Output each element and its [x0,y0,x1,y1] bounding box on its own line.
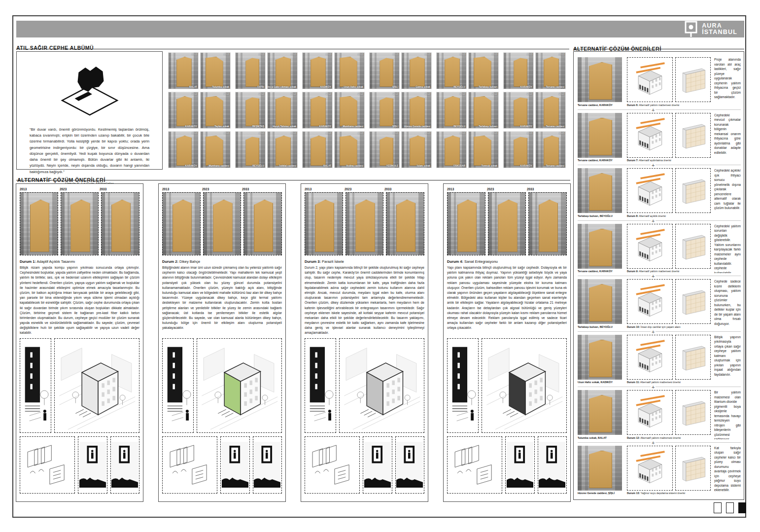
diagram-frames [627,57,711,102]
quote-text: “Bir duvar vardı, önemli görünmüyordu. K… [30,127,149,175]
facade-diagram-frame [675,224,711,269]
facade-photo: 2013 YEDİKULE [369,131,400,168]
facade-photo: 2013 BALAT [302,131,333,168]
diagram-caption: Durum 9: Alternatif yalıtım malzemesi ön… [627,270,711,273]
facade-photo: 2013 Tarlabaşı bulvarı [468,92,499,129]
photo-location-label: Uzun Hafız sokak [344,86,363,88]
diagram-frames [627,113,711,158]
photo-location-label: KARAKÖY [520,165,532,167]
row-diagram-column: Durum 11: Alternatif yalıtım malzemesi ö… [627,335,711,387]
construction-detail-diagram [307,438,357,491]
facade-photo: 2013 Mumhane caddesi [334,92,365,129]
photo-year-label: 2013 [358,93,363,95]
photo-location-label: Tulumba sokak [212,86,229,88]
photo-year-label: 2013 [259,53,264,56]
photo-location-label: Hoca Çakır çıkmazı sokak [267,86,296,88]
diagram-frames [627,335,711,380]
diagram-caption-text: Alternatif yalıtım malzemesi önerisi [639,104,679,106]
panel-kicker: Durum 2: [162,259,178,264]
panel-photos [20,192,139,255]
wall-isometric-icon [58,65,121,118]
row-photo-column: Tersane caddesi, KARAKÖY [578,57,622,109]
diagram-caption-kicker: Durum 13: [627,492,640,495]
solution-panel: 2013 2023 2033 Durum 4: Sanat Entegrasyo… [443,183,571,502]
photo-year-label: 2013 [326,93,331,95]
vignette-diagram-frame [538,436,567,494]
diagram-caption-kicker: Durum 6: [627,104,638,106]
diagram-caption-text: Yağmur suyu depolama sistemi önerisi [641,492,686,495]
facade-photo: 2013 BEYOĞLU [235,131,266,168]
photo-year-label: 2013 [291,93,296,95]
panel-body-text: Durum 2, yapı planı kapsamında bilinçli … [305,265,424,336]
diagram-caption-kicker: Durum 9: [627,270,638,273]
panel-name: Sanat Entegrasyonu [464,259,498,264]
photo-location-label: Taylan sokak [214,125,229,128]
diagram-caption-kicker: Durum 8: [627,214,638,217]
photo-year-label: 2013 [259,93,264,95]
facade-photo: 2013 BEYOĞLU [436,92,467,129]
photo-location-label: BEYOĞLU [453,125,465,128]
facade-diagram-frame [675,335,711,380]
street-vignette-diagram [79,438,106,491]
solution-panel: 2013 2023 2033 Durum 1: Adaptif Açıklık … [16,183,143,502]
detail-diagram-frame [305,436,360,494]
diagram-caption-kicker: Durum 11: [627,381,640,384]
photo-year-label: 2013 [192,132,197,135]
photo-year-label: 2013 [291,53,296,56]
photo-location-label: Mumhane caddesi [208,165,229,167]
site-photo-caption: Tarlabaşı bulvarı, BEYOĞLU [578,214,622,217]
facade-photo: 2013 ŞİŞLİ [369,92,400,129]
diagram-caption: Durum 8: Alternatif açıklık önerisi [627,214,711,217]
photo-location-label: İstiklal caddesi [279,165,296,167]
facade-diagram-frame [675,57,711,102]
year-label: 2023 [202,187,242,191]
panel-photos [305,192,424,255]
page-dot-3-active [738,502,746,513]
photo-year-label: 2013 [291,132,296,135]
isometric-proposal-diagram [628,225,671,267]
timeline-photo-2013 [20,192,58,255]
isometric-diagram-frame [627,168,673,213]
alternatives-rule [573,49,744,49]
alternative-description: Cephede sadece kısmi deliklerin oluşması… [714,279,741,328]
row-diagram-column: Durum 12: Alternatif yalıtım malzemesi ö… [627,390,711,442]
photo-year-label: 2013 [527,132,532,135]
facade-photo: 2013 Tulumba sokak [200,52,231,89]
row-diagram-column: Durum 13: Yağmur suyu depolama sistemi ö… [627,446,711,498]
photo-location-label: KARAKÖY [185,125,197,128]
vignette-diagram-frame [220,436,250,494]
street-vignette-diagram [364,438,391,491]
facade-photo-grid: 2013 BALAT 2013 Tulumba sokak 2013 FATİH… [168,52,569,171]
alternative-description: Bir yalıtım malzemesi olan titanium-diox… [714,390,741,439]
facade-photo: 2013 İslam sokak [401,131,432,168]
photo-location-label: BALAT [323,165,331,167]
panel-title: Durum 4: Sanat Entegrasyonu [447,259,567,264]
year-label: 2023 [60,187,100,191]
diagram-caption-text: Alternatif açıklık önerisi [639,214,665,217]
diagram-caption: Durum 11: Alternatif yalıtım malzemesi ö… [627,381,711,384]
diagram-frames [627,446,711,491]
photo-location-label: ŞİŞLİ [392,86,398,88]
diagram-caption-text: Alternatif aydınlatma önerisi [639,159,671,162]
isometric-diagram-frame [627,113,673,158]
timeline-photo-2013 [305,192,343,255]
photo-location-label: Mumhane caddesi [343,125,363,128]
axonometric-diagram [342,342,421,430]
top-band: AURA İSTANBUL [16,21,744,37]
facade-proposal-diagram [677,281,710,322]
facade-diagram-frame [675,113,711,158]
vignette-diagram-frame [505,436,535,494]
elevation-diagram-frame [305,338,336,433]
facade-photo: 2013 Tarlabaşı bulvarı [468,52,499,89]
timeline-photo-2023 [61,192,99,255]
timeline-photo-2013 [162,192,201,255]
photo-location-label: ŞİŞLİ [392,125,398,128]
panel-body-text: Yapı planı kapsamında bilinçli oluşturul… [447,265,567,336]
photo-year-label: 2013 [393,93,398,95]
row-diagram-column: Durum 6: Alternatif yalıtım malzemesi ön… [627,57,711,109]
photo-location-label: YEDİKULE [386,165,398,167]
facade-photo: 2013 KARAKÖY [302,92,333,129]
row-diagram-column: Durum 10: İnsan dışı canlılar için yaşam… [627,279,711,331]
solution-panels: 2013 2023 2033 Durum 1: Adaptif Açıklık … [16,183,571,502]
photo-location-label: BEYOĞLU [453,86,465,88]
